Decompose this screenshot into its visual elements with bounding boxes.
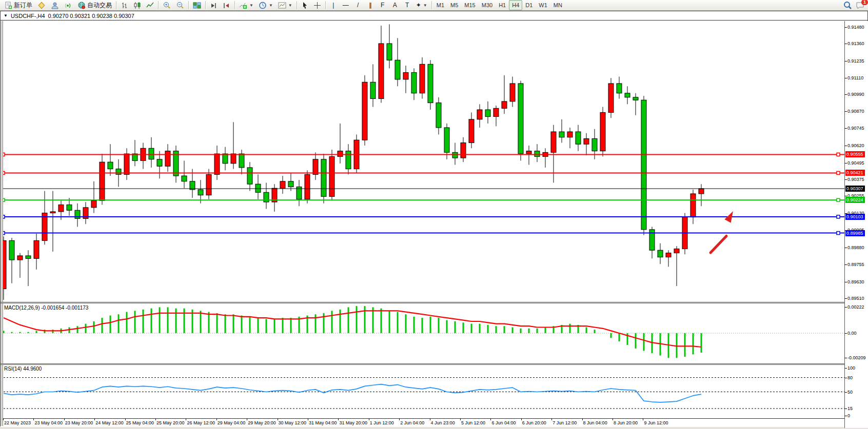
- text-tool[interactable]: A: [389, 0, 401, 10]
- candle-up: [124, 154, 129, 174]
- new-order-button[interactable]: 新订单: [2, 0, 35, 10]
- time-axis[interactable]: 22 May 202323 May 04:0023 May 20:0024 Ma…: [1, 418, 844, 427]
- timeframe-d1[interactable]: D1: [522, 0, 536, 10]
- pane-splitter[interactable]: [1, 302, 844, 303]
- trendline-tool[interactable]: /: [352, 0, 364, 10]
- candle-down: [625, 93, 630, 97]
- price-pane: [1, 21, 844, 302]
- candle-down: [223, 154, 228, 164]
- macd-histogram: [4, 306, 701, 358]
- toolbar-separator: [205, 1, 206, 9]
- periods-button[interactable]: ▼: [256, 0, 275, 10]
- toolbar: 新订单 自动交易 ▼ ▼ ▼ |—/∥F: [0, 0, 868, 11]
- clock-icon: [259, 2, 267, 9]
- candle-down: [559, 132, 564, 137]
- axis-tick-mark: [845, 78, 847, 78]
- macd-tick: -0.00209: [847, 355, 866, 360]
- candle-down: [641, 100, 646, 230]
- zoom-in-button[interactable]: [160, 0, 173, 10]
- toolbar-separator: [325, 1, 326, 9]
- time-label: 31 May 20:00: [339, 420, 367, 425]
- notifications-button[interactable]: 1: [856, 2, 865, 10]
- crosshair-button[interactable]: [311, 0, 324, 10]
- candle-up: [280, 181, 285, 188]
- pane-splitter[interactable]: [1, 363, 844, 365]
- timeframe-h1[interactable]: H1: [496, 0, 509, 10]
- time-label: 2 Jun 04:00: [400, 420, 424, 425]
- axis-tick-mark: [845, 179, 847, 180]
- horizontal-line-tool[interactable]: —: [340, 0, 352, 10]
- candle-up: [691, 194, 696, 217]
- candle-up: [206, 174, 211, 195]
- auto-scroll-button[interactable]: [207, 0, 220, 10]
- quotes-button[interactable]: [35, 0, 48, 10]
- time-tick-mark: [551, 419, 552, 420]
- time-tick-mark: [582, 419, 583, 420]
- candle-up: [420, 64, 425, 93]
- price-axis[interactable]: 0.914800.913600.912350.911100.909900.908…: [844, 21, 868, 428]
- timeframe-m1[interactable]: M1: [433, 0, 447, 10]
- hline-0.90224[interactable]: [1, 198, 844, 201]
- indicators-button[interactable]: ▼: [236, 0, 256, 10]
- candle-down: [428, 64, 433, 103]
- signals-button[interactable]: [62, 0, 75, 10]
- vertical-line-tool[interactable]: |: [327, 0, 340, 10]
- hline-0.90103[interactable]: [1, 215, 844, 218]
- symbol-bar: ▼ USDCHF-,H4 0.90270 0.90321 0.90238 0.9…: [1, 11, 867, 21]
- price-badge-0.90103: 0.90103: [845, 214, 865, 220]
- candle-up: [338, 151, 343, 157]
- timeframe-w1[interactable]: W1: [536, 0, 550, 10]
- candle-down: [9, 240, 14, 260]
- candle-up: [50, 212, 55, 213]
- timeframe-h4[interactable]: H4: [509, 0, 522, 10]
- templates-button[interactable]: ▼: [275, 0, 295, 10]
- timeframe-m5[interactable]: M5: [447, 0, 461, 10]
- candle-up: [362, 82, 367, 140]
- time-label: 29 May 04:00: [218, 420, 246, 425]
- time-label: 6 Jun 20:00: [522, 420, 546, 425]
- time-label: 5 Jun 12:00: [461, 420, 485, 425]
- time-label: 29 May 20:00: [248, 420, 276, 425]
- timeframe-m30[interactable]: M30: [479, 0, 496, 10]
- hline-0.89985[interactable]: [1, 232, 844, 235]
- bar-chart-button[interactable]: [118, 0, 131, 10]
- candle-down: [198, 190, 203, 195]
- auto-scroll-icon: [210, 2, 218, 9]
- toolbar-separator: [431, 1, 432, 9]
- candle-down: [411, 72, 417, 93]
- chart-shift-button[interactable]: [220, 0, 233, 10]
- tile-windows-button[interactable]: [190, 0, 204, 10]
- auto-trading-label: 自动交易: [87, 1, 112, 10]
- timeframe-m15[interactable]: M15: [461, 0, 478, 10]
- candle-up: [600, 112, 605, 151]
- arrow-annotation[interactable]: [711, 211, 733, 253]
- zoom-out-button[interactable]: [173, 0, 187, 10]
- candle-down: [633, 97, 638, 100]
- axis-tick-mark: [845, 146, 847, 146]
- axis-tick-mark: [845, 44, 847, 44]
- collapse-triangle-icon[interactable]: ▼: [4, 13, 8, 18]
- equidistant-channel-tool[interactable]: ∥: [364, 0, 377, 10]
- candle-down: [370, 82, 376, 98]
- candle-down: [116, 169, 121, 175]
- label-tool[interactable]: T: [401, 0, 413, 10]
- candlestick-chart-button[interactable]: [131, 0, 144, 10]
- profile-button[interactable]: [48, 0, 62, 10]
- fibonacci-tool[interactable]: F: [377, 0, 389, 10]
- timeframe-mn[interactable]: MN: [550, 0, 565, 10]
- axis-tick-mark: [845, 248, 847, 248]
- cursor-button[interactable]: [299, 0, 311, 10]
- time-label: 9 Jun 12:00: [644, 420, 668, 425]
- price-badge-0.90421: 0.90421: [845, 170, 865, 176]
- candle-up: [214, 154, 220, 174]
- candle-up: [526, 151, 531, 154]
- notification-badge: 1: [861, 0, 868, 5]
- auto-trading-button[interactable]: 自动交易: [75, 0, 114, 10]
- line-chart-button[interactable]: [144, 0, 156, 10]
- signal-icon: [64, 2, 72, 9]
- candle-down: [387, 44, 392, 60]
- time-tick-mark: [430, 419, 430, 420]
- arrows-tool[interactable]: ✦▼: [413, 0, 430, 10]
- search-icon[interactable]: [843, 1, 852, 10]
- rsi-line: [4, 384, 701, 402]
